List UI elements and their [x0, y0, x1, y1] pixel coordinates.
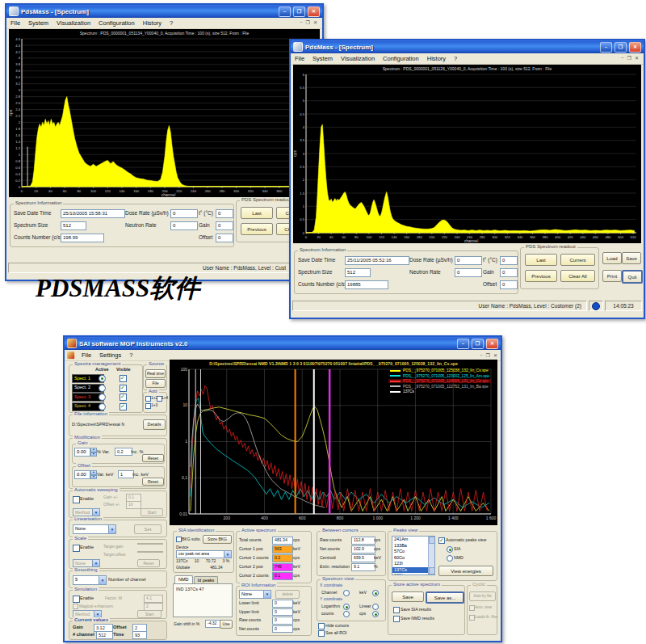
scale-enable-checkbox[interactable]	[73, 545, 80, 552]
linear-radio[interactable]	[372, 604, 379, 610]
view-energies-button[interactable]: View energies	[438, 566, 493, 576]
gain-inc-field[interactable]: 0.2	[115, 448, 132, 456]
load-button[interactable]: Load	[602, 252, 622, 264]
dose-rate-field[interactable]: 0	[455, 256, 482, 265]
lower-limit-value[interactable]: 0	[272, 600, 293, 608]
nmd-radio[interactable]	[447, 555, 453, 562]
counts-field[interactable]: 19885	[345, 280, 388, 289]
tab-id-peaks[interactable]: Id peaks	[194, 576, 219, 583]
cursor-2-counts-value[interactable]: 0.1	[272, 572, 293, 580]
raw-counts-value[interactable]: 112.8	[351, 537, 375, 545]
titlebar[interactable]: SAI software MGP Instruments v2.0 – ❐ ✕	[65, 337, 501, 350]
temp-field[interactable]: 0	[500, 256, 518, 265]
menu-item-settings[interactable]: Settings	[95, 351, 125, 359]
multi-spectrum-chart[interactable]: D:\Spectres\SPRD\essai NMD V1.3\NMD 1 3 …	[170, 360, 497, 525]
maximize-button[interactable]: ❐	[472, 339, 484, 349]
mdi-controls[interactable]: –❐✕	[621, 55, 642, 61]
menu-item-visualization[interactable]: Visualization	[337, 55, 379, 62]
spectrum-chart-b[interactable]: Spectrum : PDS_0000001_051126_Y00040_0, …	[293, 65, 641, 243]
real-time-button[interactable]: Real time	[145, 369, 166, 378]
hide-cursors-checkbox[interactable]	[318, 623, 325, 629]
close-button[interactable]: ✕	[486, 339, 498, 349]
spectrum-chart-a[interactable]: Spectrum : PDS_0000001_051134_Y00040_0, …	[9, 29, 320, 197]
spectrum-4-visible-checkbox[interactable]	[120, 403, 127, 410]
legend-entry-2[interactable]: PDS_ _975270_071005_124055_131_lin_Co.sp…	[388, 379, 491, 383]
legend-entry-1[interactable]: PDS_ _975270_071005_123002_125_lin_Am.sp…	[388, 374, 491, 378]
clear-all-button[interactable]: Clear All	[560, 270, 595, 282]
automatic-peaks-checkbox[interactable]	[438, 537, 445, 544]
details-button[interactable]: Details	[143, 419, 166, 430]
counts-radio[interactable]	[343, 611, 350, 617]
offset-field[interactable]: 0	[500, 280, 518, 289]
bkg-subs-checkbox[interactable]	[176, 537, 182, 542]
last-button[interactable]: Last	[241, 207, 273, 219]
gain-reset-button[interactable]: Reset	[142, 454, 164, 462]
upper-limit-value[interactable]: 0	[272, 608, 293, 617]
save-button[interactable]: Save	[622, 252, 641, 264]
menu-item-history[interactable]: History	[139, 19, 166, 27]
menu-item-configuration[interactable]: Configuration	[379, 55, 423, 62]
maximize-button[interactable]: ❐	[293, 6, 305, 17]
offset-spinner[interactable]: 0.00 ▲▼	[74, 470, 97, 479]
neutron-field[interactable]: 0	[455, 268, 482, 277]
isotope-list[interactable]: 241Am133Ba57Co60Co123I137Cs131I192Ir22Na…	[392, 536, 435, 575]
linearisation-dropdown[interactable]: None▼	[73, 524, 116, 534]
menu-item-[interactable]: ?	[166, 19, 177, 27]
centroid-value[interactable]: 659.5	[351, 554, 375, 562]
spectrum-2-visible-checkbox[interactable]	[120, 385, 127, 392]
save-spectrum-button[interactable]: Save	[392, 591, 424, 602]
dose-rate-field[interactable]: 0	[170, 209, 198, 218]
net-counts-value[interactable]: 0	[272, 625, 293, 633]
net-counts-value[interactable]: 102.9	[351, 545, 375, 554]
file-source-button[interactable]: File	[145, 379, 166, 388]
spectrum-4-active-radio[interactable]	[99, 403, 106, 410]
save-date-field[interactable]: 25/10/2005 15:58:31	[61, 209, 125, 218]
roi-dropdown[interactable]: None▼	[239, 590, 271, 599]
spectrum-3-active-radio[interactable]	[99, 394, 106, 401]
maximize-button[interactable]: ❐	[615, 42, 627, 53]
extin-resolution-value[interactable]: 9.1	[351, 563, 375, 571]
titlebar[interactable]: PdsMass - [Spectrum] – ❐ ✕	[291, 40, 644, 53]
offset-field[interactable]: 0	[216, 234, 233, 242]
save-sia-results-checkbox[interactable]	[393, 607, 400, 613]
previous-button[interactable]: Previous	[241, 223, 273, 235]
save-as-button[interactable]: Save as...	[426, 591, 464, 604]
save-date-field[interactable]: 25/11/2005 05:52:16	[345, 256, 409, 265]
spectrum-1-active-radio[interactable]	[99, 375, 106, 382]
offset-inc-field[interactable]: 1	[118, 470, 134, 478]
legend-entry-0[interactable]: PDS_ _975270_071005_125038_132_lin_Cs.sp…	[388, 368, 491, 373]
current-button[interactable]: Current	[560, 254, 595, 266]
previous-button[interactable]: Previous	[525, 270, 557, 282]
quit-button[interactable]: Quit	[622, 270, 643, 284]
menu-item-system[interactable]: System	[24, 19, 52, 27]
smoothing-dropdown[interactable]: 5▼	[73, 575, 107, 585]
logarithm-radio[interactable]	[343, 604, 350, 610]
minimize-button[interactable]: –	[279, 6, 291, 17]
raw-counts-value[interactable]: 0	[272, 617, 293, 625]
menu-item-[interactable]: ?	[125, 351, 136, 359]
menu-item-system[interactable]: System	[308, 55, 337, 62]
tab-nmd[interactable]: NMD	[174, 575, 193, 583]
close-button[interactable]: ✕	[629, 42, 641, 53]
add-1plus2-checkbox[interactable]	[145, 396, 151, 402]
sia-radio[interactable]	[447, 546, 453, 553]
close-button[interactable]: ✕	[308, 6, 320, 17]
cursor-2-pos-value[interactable]: 745	[272, 563, 293, 571]
print-button[interactable]: Print	[602, 270, 622, 282]
mdi-controls[interactable]: –❐✕	[300, 19, 321, 25]
mdi-controls[interactable]: –❐✕	[480, 352, 501, 358]
save-nmd-results-checkbox[interactable]	[393, 616, 400, 622]
gain-spinner[interactable]: 0.00 ▲▼	[74, 448, 97, 457]
store-bkg-button[interactable]: Store BKG	[203, 535, 232, 544]
titlebar[interactable]: PdsMass - [Spectrum] – ❐ ✕	[6, 5, 322, 18]
simulation-enable-checkbox[interactable]	[73, 596, 80, 603]
gain-field[interactable]: 0	[500, 268, 518, 277]
size-field[interactable]: 512	[61, 221, 86, 230]
channel-radio[interactable]	[343, 590, 350, 596]
see-all-roi-checkbox[interactable]	[318, 630, 325, 637]
last-button[interactable]: Last	[525, 254, 557, 266]
spectrum-1-visible-checkbox[interactable]	[120, 375, 127, 382]
add-1plus3-checkbox[interactable]	[145, 403, 151, 409]
spectrum-2-active-radio[interactable]	[99, 385, 106, 392]
legend-entry-4[interactable]: 137Cs	[388, 389, 491, 394]
